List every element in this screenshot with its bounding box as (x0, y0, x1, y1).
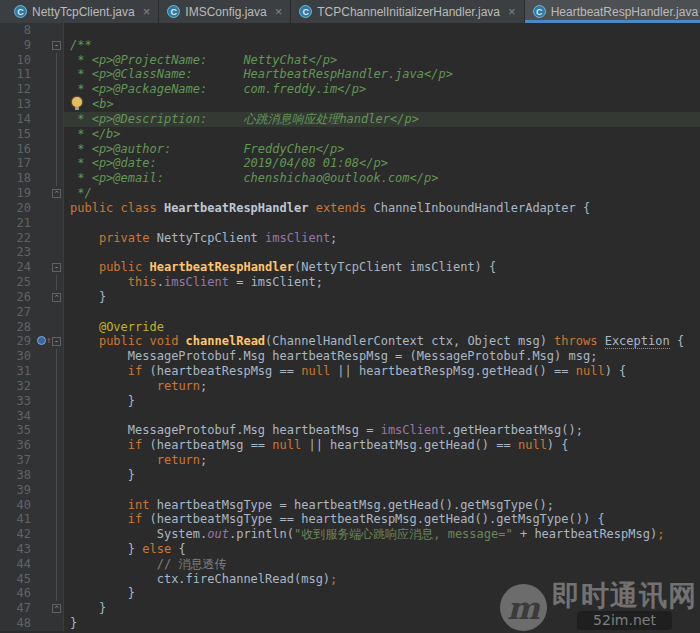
line-number[interactable]: 38 (0, 468, 36, 483)
fold-gutter[interactable] (51, 438, 64, 453)
line-number[interactable]: 31 (0, 364, 36, 379)
fold-gutter[interactable] (51, 305, 64, 320)
line-number[interactable]: 29 (0, 334, 36, 349)
gutter-icon-area[interactable] (36, 572, 51, 587)
code-text[interactable] (64, 216, 700, 231)
line-number[interactable]: 35 (0, 423, 36, 438)
fold-marker-collapse-icon[interactable]: - (52, 337, 61, 346)
fold-gutter[interactable] (51, 616, 64, 631)
gutter-icon-area[interactable] (36, 468, 51, 483)
gutter-icon-area[interactable] (36, 394, 51, 409)
code-text[interactable]: // 消息透传 (64, 557, 700, 572)
code-text[interactable]: return; (64, 379, 700, 394)
gutter-icon-area[interactable] (36, 527, 51, 542)
fold-gutter[interactable] (51, 320, 64, 335)
fold-gutter[interactable] (51, 423, 64, 438)
line-number[interactable]: 10 (0, 53, 36, 68)
fold-gutter[interactable] (51, 275, 64, 290)
code-text[interactable]: public class HeartbeatRespHandler extend… (64, 201, 700, 216)
gutter-icon-area[interactable] (36, 38, 51, 53)
gutter-icon-area[interactable] (36, 142, 51, 157)
code-text[interactable] (64, 305, 700, 320)
code-text[interactable]: } else { (64, 542, 700, 557)
fold-gutter[interactable]: ^ (51, 601, 64, 616)
code-text[interactable]: if (heartbeatMsgType == heartbeatRespMsg… (64, 512, 700, 527)
fold-gutter[interactable] (51, 231, 64, 246)
code-text[interactable]: */ (64, 186, 700, 201)
line-number[interactable]: 48 (0, 616, 36, 631)
gutter-icon-area[interactable] (36, 231, 51, 246)
line-number[interactable]: 20 (0, 201, 36, 216)
fold-gutter[interactable] (51, 67, 64, 82)
fold-gutter[interactable] (51, 557, 64, 572)
fold-gutter[interactable] (51, 364, 64, 379)
gutter-icon-area[interactable] (36, 542, 51, 557)
fold-gutter[interactable]: ^ (51, 290, 64, 305)
gutter-icon-area[interactable] (36, 364, 51, 379)
gutter-icon-area[interactable] (36, 201, 51, 216)
code-text[interactable]: if (heartbeatRespMsg == null || heartbea… (64, 364, 700, 379)
gutter-icon-area[interactable] (36, 127, 51, 142)
tab-close-icon[interactable]: × (508, 5, 516, 18)
gutter-icon-area[interactable] (36, 334, 51, 349)
line-number[interactable]: 18 (0, 171, 36, 186)
fold-gutter[interactable] (51, 171, 64, 186)
fold-marker-collapse-icon[interactable]: - (52, 41, 61, 50)
line-number[interactable]: 28 (0, 320, 36, 335)
line-number[interactable]: 30 (0, 349, 36, 364)
line-number[interactable]: 9 (0, 38, 36, 53)
gutter-icon-area[interactable] (36, 512, 51, 527)
code-text[interactable]: * </b> (64, 127, 700, 142)
fold-gutter[interactable] (51, 586, 64, 601)
code-text[interactable]: <b> (64, 97, 700, 112)
line-number[interactable]: 40 (0, 498, 36, 513)
gutter-icon-area[interactable] (36, 245, 51, 260)
line-number[interactable]: 21 (0, 216, 36, 231)
gutter-icon-area[interactable] (36, 290, 51, 305)
tab-close-icon[interactable]: × (143, 5, 151, 18)
fold-gutter[interactable] (51, 245, 64, 260)
code-text[interactable] (64, 483, 700, 498)
line-number[interactable]: 16 (0, 142, 36, 157)
fold-gutter[interactable] (51, 127, 64, 142)
gutter-icon-area[interactable] (36, 82, 51, 97)
line-number[interactable]: 46 (0, 586, 36, 601)
code-text[interactable]: MessageProtobuf.Msg heartbeatRespMsg = (… (64, 349, 700, 364)
line-number[interactable]: 37 (0, 453, 36, 468)
fold-marker-collapse-icon[interactable]: - (52, 263, 61, 272)
gutter-icon-area[interactable] (36, 601, 51, 616)
fold-gutter[interactable] (51, 97, 64, 112)
code-text[interactable]: public HeartbeatRespHandler(NettyTcpClie… (64, 260, 700, 275)
fold-gutter[interactable]: - (51, 38, 64, 53)
gutter-icon-area[interactable] (36, 216, 51, 231)
code-text[interactable]: private NettyTcpClient imsClient; (64, 231, 700, 246)
code-text[interactable]: return; (64, 453, 700, 468)
line-number[interactable]: 14 (0, 112, 36, 127)
code-text[interactable]: public void channelRead(ChannelHandlerCo… (64, 334, 700, 349)
fold-marker-end-icon[interactable]: ^ (52, 604, 61, 613)
code-text[interactable] (64, 23, 700, 38)
code-text[interactable]: this.imsClient = imsClient; (64, 275, 700, 290)
line-number[interactable]: 22 (0, 231, 36, 246)
gutter-icon-area[interactable] (36, 305, 51, 320)
line-number[interactable]: 32 (0, 379, 36, 394)
code-text[interactable] (64, 245, 700, 260)
fold-gutter[interactable] (51, 453, 64, 468)
fold-gutter[interactable] (51, 379, 64, 394)
code-text[interactable]: * <p>@ClassName: HeartbeatRespHandler.ja… (64, 67, 700, 82)
fold-gutter[interactable] (51, 468, 64, 483)
line-number[interactable]: 34 (0, 409, 36, 424)
gutter-icon-area[interactable] (36, 112, 51, 127)
line-number[interactable]: 39 (0, 483, 36, 498)
fold-gutter[interactable] (51, 542, 64, 557)
fold-gutter[interactable] (51, 53, 64, 68)
fold-gutter[interactable] (51, 394, 64, 409)
line-number[interactable]: 12 (0, 82, 36, 97)
code-editor[interactable]: 89-/**10 * <p>@ProjectName: NettyChat</p… (0, 23, 700, 633)
fold-gutter[interactable] (51, 512, 64, 527)
line-number[interactable]: 42 (0, 527, 36, 542)
editor-tab-imsconfig-java[interactable]: CIMSConfig.java× (159, 0, 291, 23)
code-text[interactable]: } (64, 290, 700, 305)
line-number[interactable]: 15 (0, 127, 36, 142)
intention-bulb-icon[interactable] (70, 97, 92, 110)
